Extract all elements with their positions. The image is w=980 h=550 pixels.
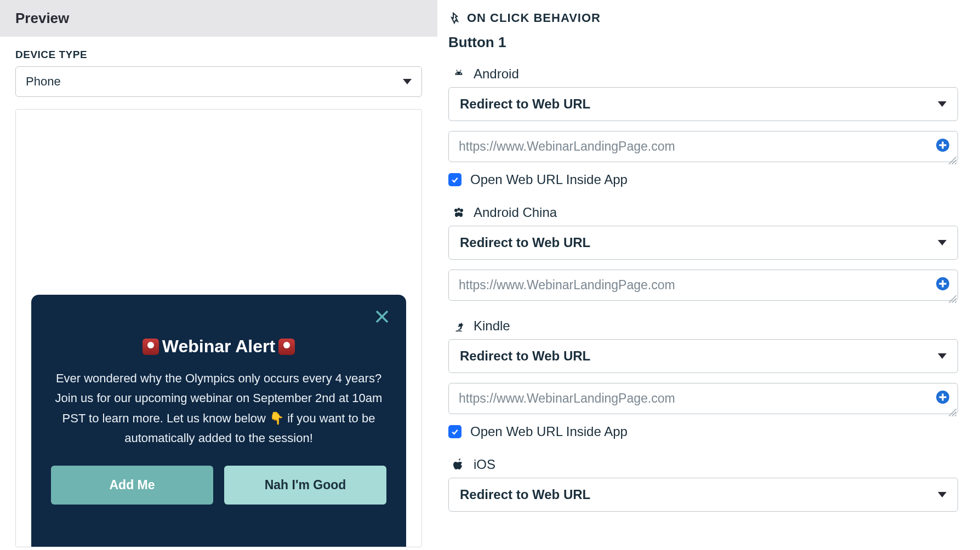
action-value: Redirect to Web URL: [460, 348, 590, 364]
action-select-android-china[interactable]: Redirect to Web URL: [448, 226, 958, 260]
action-select-kindle[interactable]: Redirect to Web URL: [448, 339, 958, 373]
platform-name: iOS: [474, 457, 495, 472]
svg-line-23: [955, 301, 956, 303]
open-inside-label: Open Web URL Inside App: [470, 172, 628, 187]
action-value: Redirect to Web URL: [460, 96, 590, 112]
device-type-select[interactable]: Phone: [15, 66, 422, 97]
action-value: Redirect to Web URL: [460, 235, 590, 250]
resize-grip-icon: [949, 291, 956, 299]
kindle-icon: [451, 319, 467, 333]
onclick-panel: ON CLICK BEHAVIOR Button 1 AndroidRedire…: [437, 0, 980, 550]
platform-block-kindle: KindleRedirect to Web URLhttps://www.Web…: [448, 318, 958, 439]
modal-actions: Add Me Nah I'm Good: [51, 466, 386, 505]
open-inside-checkbox[interactable]: [448, 425, 461, 438]
caret-down-icon: [938, 492, 947, 497]
add-liquid-button[interactable]: [936, 138, 950, 152]
svg-point-14: [458, 208, 460, 211]
android-china-icon: [451, 206, 467, 219]
svg-line-11: [955, 163, 956, 164]
device-type-label: DEVICE TYPE: [15, 49, 422, 61]
button-subheader: Button 1: [448, 34, 958, 51]
resize-grip-icon: [949, 153, 956, 161]
platform-block-ios: iOSRedirect to Web URL: [448, 457, 958, 512]
onclick-section-header: ON CLICK BEHAVIOR: [448, 11, 958, 25]
device-type-value: Phone: [26, 75, 61, 89]
caret-down-icon: [938, 101, 947, 107]
platform-label-kindle: Kindle: [451, 318, 958, 334]
siren-icon: [143, 339, 159, 355]
caret-down-icon: [938, 353, 947, 359]
svg-line-29: [955, 415, 956, 416]
svg-point-17: [458, 213, 460, 216]
platform-name: Android: [474, 66, 519, 82]
action-value: Redirect to Web URL: [460, 487, 590, 502]
svg-point-12: [454, 209, 458, 212]
url-value: https://www.WebinarLandingPage.com: [459, 139, 675, 153]
svg-point-13: [460, 209, 463, 212]
siren-icon: [278, 339, 295, 355]
platform-name: Kindle: [474, 318, 510, 334]
svg-line-4: [457, 70, 458, 72]
pointer-icon: [448, 12, 461, 25]
close-icon: [374, 308, 390, 325]
onclick-section-title: ON CLICK BEHAVIOR: [467, 11, 601, 25]
svg-line-5: [460, 70, 461, 72]
platform-label-ios: iOS: [451, 457, 958, 472]
svg-point-3: [460, 73, 461, 74]
platform-label-android-china: Android China: [451, 205, 958, 220]
add-liquid-button[interactable]: [936, 277, 950, 291]
android-icon: [451, 67, 467, 81]
caret-down-icon: [403, 79, 412, 84]
add-liquid-button[interactable]: [936, 390, 950, 404]
caret-down-icon: [938, 240, 947, 245]
action-select-android[interactable]: Redirect to Web URL: [448, 87, 958, 121]
add-me-button[interactable]: Add Me: [51, 466, 213, 505]
url-value: https://www.WebinarLandingPage.com: [459, 391, 675, 405]
open-inside-checkbox[interactable]: [448, 173, 461, 186]
preview-modal: Webinar Alert Ever wondered why the Olym…: [31, 295, 406, 547]
open-inside-label: Open Web URL Inside App: [470, 424, 628, 439]
nah-button[interactable]: Nah I'm Good: [224, 466, 386, 505]
modal-title: Webinar Alert: [162, 336, 275, 357]
modal-body: Ever wondered why the Olympics only occu…: [51, 369, 386, 448]
resize-grip-icon: [949, 405, 956, 412]
url-input-android-china[interactable]: https://www.WebinarLandingPage.com: [448, 270, 958, 301]
close-button[interactable]: [372, 307, 392, 326]
url-value: https://www.WebinarLandingPage.com: [459, 278, 675, 292]
preview-header: Preview: [0, 0, 437, 37]
platform-block-android-china: Android ChinaRedirect to Web URLhttps://…: [448, 205, 958, 301]
modal-title-row: Webinar Alert: [51, 336, 386, 357]
url-input-kindle[interactable]: https://www.WebinarLandingPage.com: [448, 383, 958, 414]
action-select-ios[interactable]: Redirect to Web URL: [448, 478, 958, 512]
ios-icon: [451, 458, 467, 471]
preview-canvas: Webinar Alert Ever wondered why the Olym…: [15, 109, 422, 547]
url-input-android[interactable]: https://www.WebinarLandingPage.com: [448, 131, 958, 162]
preview-panel: Preview DEVICE TYPE Phone Webinar Alert: [0, 0, 437, 550]
svg-point-2: [457, 73, 458, 74]
open-inside-row-kindle: Open Web URL Inside App: [448, 424, 958, 439]
platform-name: Android China: [474, 205, 557, 220]
platform-label-android: Android: [451, 66, 958, 82]
platform-block-android: AndroidRedirect to Web URLhttps://www.We…: [448, 66, 958, 187]
open-inside-row-android: Open Web URL Inside App: [448, 172, 958, 187]
